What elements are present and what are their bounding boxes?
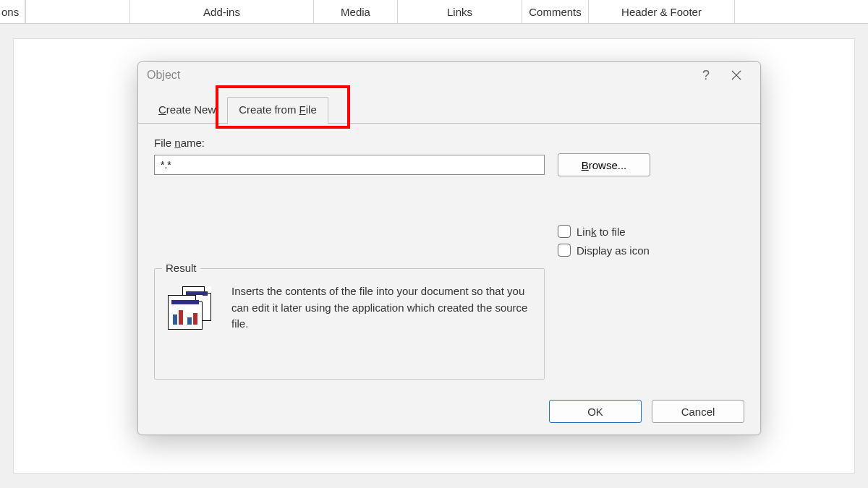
result-fieldset: Result Inserts the contents of the file … — [154, 268, 545, 380]
close-icon — [731, 70, 741, 80]
file-row: Browse... — [154, 153, 744, 176]
ribbon-tab-partial[interactable]: ons — [0, 0, 25, 23]
file-name-input[interactable] — [154, 155, 545, 175]
tab-create-new[interactable]: Create New — [147, 97, 227, 123]
result-legend: Result — [162, 262, 200, 274]
dialog-titlebar: Object ? — [138, 62, 760, 88]
ribbon-tab-blank[interactable] — [25, 0, 130, 23]
dialog-title: Object — [147, 69, 691, 82]
result-description: Inserts the contents of the file into yo… — [231, 283, 531, 333]
cancel-button[interactable]: Cancel — [652, 400, 744, 423]
tab-content: File name: Browse... Link to file Displa… — [138, 123, 760, 391]
ribbon-tab-links[interactable]: Links — [398, 0, 522, 23]
object-dialog: Object ? Create New Create from File Fil… — [137, 61, 761, 435]
dialog-tabstrip: Create New Create from File — [138, 88, 760, 123]
embed-document-icon — [168, 286, 218, 330]
ribbon-tab-comments[interactable]: Comments — [522, 0, 589, 23]
tab-create-from-file[interactable]: Create from File — [227, 97, 328, 124]
link-to-file-checkbox[interactable]: Link to file — [558, 225, 650, 238]
checkbox-group: Link to file Display as icon — [558, 225, 650, 257]
ribbon-tab-header-footer[interactable]: Header & Footer — [589, 0, 735, 23]
checkbox-icon — [558, 244, 571, 257]
ok-button[interactable]: OK — [549, 400, 642, 423]
ribbon-tab-addins[interactable]: Add-ins — [130, 0, 314, 23]
help-button[interactable]: ? — [691, 64, 721, 86]
ribbon-tab-media[interactable]: Media — [314, 0, 398, 23]
display-as-icon-checkbox[interactable]: Display as icon — [558, 244, 650, 257]
file-name-label: File name: — [154, 137, 744, 149]
dialog-footer: OK Cancel — [138, 391, 760, 435]
close-button[interactable] — [721, 64, 752, 86]
ribbon-tabs: ons Add-ins Media Links Comments Header … — [0, 0, 868, 24]
browse-button[interactable]: Browse... — [558, 153, 650, 176]
checkbox-icon — [558, 225, 571, 238]
